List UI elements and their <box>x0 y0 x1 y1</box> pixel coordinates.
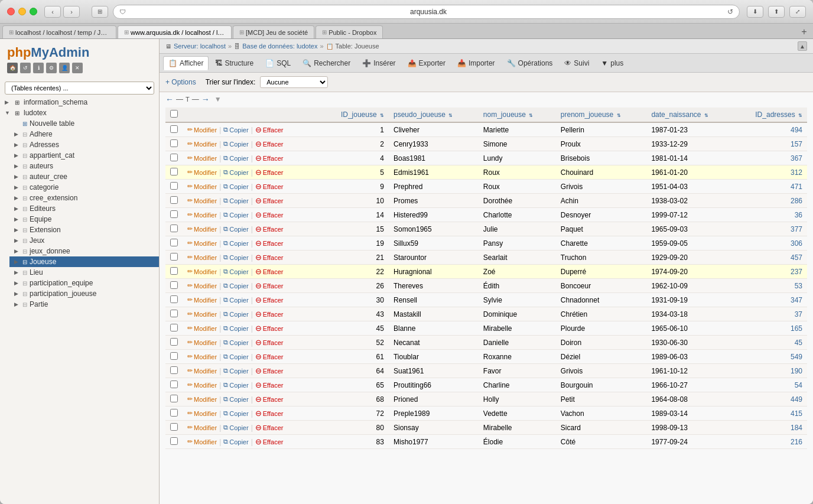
modifier-button[interactable]: ✏ Modifier <box>187 338 217 347</box>
browser-tab-3[interactable]: ⊞ [MCD] Jeu de société <box>233 25 314 38</box>
tab-exporter[interactable]: 📤 Exporter <box>402 56 451 70</box>
modifier-button[interactable]: ✏ Modifier <box>187 225 217 233</box>
row-checkbox[interactable] <box>165 265 183 279</box>
copier-button[interactable]: ⧉ Copier <box>223 239 248 248</box>
modifier-button[interactable]: ✏ Modifier <box>187 324 217 333</box>
close-button[interactable] <box>7 8 15 15</box>
row-checkbox[interactable] <box>165 194 183 208</box>
copier-button[interactable]: ⧉ Copier <box>223 196 248 205</box>
copier-button[interactable]: ⧉ Copier <box>223 125 248 134</box>
effacer-button[interactable]: ⊖ Effacer <box>255 323 284 333</box>
modifier-button[interactable]: ✏ Modifier <box>187 281 217 290</box>
options-link[interactable]: + Options <box>165 78 196 86</box>
row-checkbox[interactable] <box>165 435 183 449</box>
effacer-button[interactable]: ⊖ Effacer <box>255 380 284 390</box>
row-checkbox[interactable] <box>165 251 183 265</box>
address-bar[interactable]: 🛡 arquusia.dk ↺ <box>113 5 740 19</box>
col-header-id-joueuse[interactable]: ID_joueuse ⇅ <box>320 108 389 122</box>
tab-structure[interactable]: 🏗 Structure <box>210 56 259 70</box>
sidebar-item-joueuse[interactable]: ▶ ⊟ Joueuse <box>9 256 159 267</box>
browser-tab-1[interactable]: ⊞ localhost / localhost / temp / JEU / p… <box>2 25 116 38</box>
effacer-button[interactable]: ⊖ Effacer <box>255 210 284 220</box>
window-layout-button[interactable]: ⊞ <box>92 6 108 18</box>
recent-tables-select[interactable]: (Tables récentes) ... <box>5 82 154 95</box>
refresh-icon-sidebar[interactable]: ↺ <box>20 63 31 73</box>
copier-button[interactable]: ⧉ Copier <box>223 423 248 432</box>
row-checkbox[interactable] <box>165 421 183 435</box>
effacer-button[interactable]: ⊖ Effacer <box>255 238 284 248</box>
tab-afficher[interactable]: 📋 Afficher <box>163 56 209 70</box>
copier-button[interactable]: ⧉ Copier <box>223 139 248 148</box>
copier-button[interactable]: ⧉ Copier <box>223 267 248 276</box>
col-header-date-naissance[interactable]: date_naissance ⇅ <box>646 108 733 122</box>
sidebar-item-lieu[interactable]: ▶ ⊟ Lieu <box>9 267 159 278</box>
sidebar-item-categorie[interactable]: ▶ ⊟ categorie <box>9 182 159 193</box>
effacer-button[interactable]: ⊖ Effacer <box>255 437 284 447</box>
browser-tab-4[interactable]: ⊞ Public - Dropbox <box>316 25 383 38</box>
modifier-button[interactable]: ✏ Modifier <box>187 139 217 148</box>
breadcrumb-server[interactable]: Serveur: localhost <box>174 43 226 50</box>
minimize-button[interactable] <box>18 8 26 15</box>
modifier-button[interactable]: ✏ Modifier <box>187 196 217 205</box>
sidebar-item-jeux-donnee[interactable]: ▶ ⊟ jeux_donnee <box>9 246 159 256</box>
copier-button[interactable]: ⧉ Copier <box>223 381 248 389</box>
effacer-button[interactable]: ⊖ Effacer <box>255 408 284 418</box>
fullscreen-toggle[interactable]: ⤢ <box>789 6 806 18</box>
effacer-button[interactable]: ⊖ Effacer <box>255 366 284 376</box>
modifier-button[interactable]: ✏ Modifier <box>187 395 217 404</box>
home-icon[interactable]: 🏠 <box>7 63 18 73</box>
effacer-button[interactable]: ⊖ Effacer <box>255 394 284 404</box>
copier-button[interactable]: ⧉ Copier <box>223 154 248 162</box>
collapse-icon[interactable]: ▼ <box>5 110 12 116</box>
sidebar-item-ludotex[interactable]: ▼ ⊞ ludotex <box>0 108 159 118</box>
copier-button[interactable]: ⧉ Copier <box>223 168 248 177</box>
row-checkbox[interactable] <box>165 392 183 407</box>
select-all-checkbox[interactable] <box>165 108 183 122</box>
modifier-button[interactable]: ✏ Modifier <box>187 239 217 248</box>
fullscreen-button[interactable] <box>30 8 37 15</box>
copier-button[interactable]: ⧉ Copier <box>223 225 248 233</box>
sidebar-item-partie[interactable]: ▶ ⊟ Partie <box>9 299 159 310</box>
effacer-button[interactable]: ⊖ Effacer <box>255 139 284 149</box>
new-tab-button[interactable]: + <box>798 25 811 38</box>
modifier-button[interactable]: ✏ Modifier <box>187 423 217 432</box>
copier-button[interactable]: ⧉ Copier <box>223 295 248 304</box>
expand-icon[interactable]: ▶ <box>5 99 12 105</box>
effacer-button[interactable]: ⊖ Effacer <box>255 352 284 362</box>
modifier-button[interactable]: ✏ Modifier <box>187 366 217 375</box>
copier-button[interactable]: ⧉ Copier <box>223 281 248 290</box>
copier-button[interactable]: ⧉ Copier <box>223 395 248 404</box>
modifier-button[interactable]: ✏ Modifier <box>187 182 217 191</box>
info-icon[interactable]: ℹ <box>33 63 44 73</box>
modifier-button[interactable]: ✏ Modifier <box>187 125 217 134</box>
sidebar-item-auteur-cree[interactable]: ▶ ⊟ auteur_cree <box>9 171 159 182</box>
row-checkbox[interactable] <box>165 407 183 421</box>
modifier-button[interactable]: ✏ Modifier <box>187 381 217 389</box>
tab-plus[interactable]: ▼ plus <box>596 56 629 70</box>
row-checkbox[interactable] <box>165 307 183 321</box>
row-checkbox[interactable] <box>165 321 183 336</box>
col-header-pseudo-joueuse[interactable]: pseudo_joueuse ⇅ <box>389 108 479 122</box>
sidebar-item-adhere[interactable]: ▶ ⊟ Adhere <box>9 129 159 139</box>
col-header-nom-joueuse[interactable]: nom_joueuse ⇅ <box>479 108 556 122</box>
tab-inserer[interactable]: ➕ Insérer <box>357 56 401 70</box>
tab-operations[interactable]: 🔧 Opérations <box>502 56 558 70</box>
left-arrow[interactable]: ← <box>165 95 174 104</box>
row-checkbox[interactable] <box>165 165 183 180</box>
sidebar-item-extension[interactable]: ▶ ⊟ Extension <box>9 225 159 235</box>
exit-icon[interactable]: ✕ <box>72 63 83 73</box>
sidebar-item-editeurs[interactable]: ▶ ⊟ Editeurs <box>9 203 159 214</box>
sidebar-item-jeux[interactable]: ▶ ⊟ Jeux <box>9 235 159 246</box>
tab-importer[interactable]: 📥 Importer <box>452 56 500 70</box>
modifier-button[interactable]: ✏ Modifier <box>187 210 217 219</box>
copier-button[interactable]: ⧉ Copier <box>223 310 248 318</box>
download-button[interactable]: ⬇ <box>747 6 763 18</box>
copier-button[interactable]: ⧉ Copier <box>223 366 248 375</box>
col-header-id-adresses[interactable]: ID_adresses ⇅ <box>733 108 807 122</box>
col-header-prenom-joueuse[interactable]: prenom_joueuse ⇅ <box>556 108 647 122</box>
sidebar-item-participation-equipe[interactable]: ▶ ⊟ participation_equipe <box>9 278 159 288</box>
tab-suivi[interactable]: 👁 Suivi <box>559 56 594 70</box>
sidebar-item-participation-joueuse[interactable]: ▶ ⊟ participation_joueuse <box>9 288 159 299</box>
effacer-button[interactable]: ⊖ Effacer <box>255 309 284 319</box>
breadcrumb-minimize[interactable]: ▲ <box>798 41 807 51</box>
